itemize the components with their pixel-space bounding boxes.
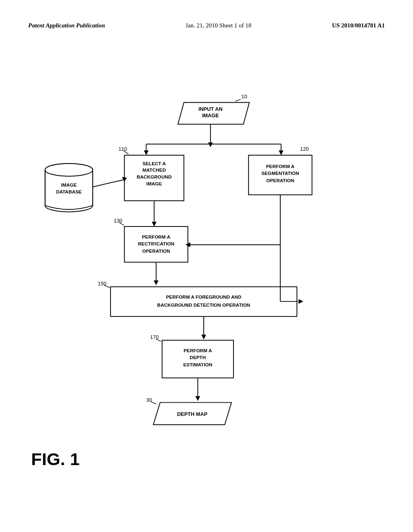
page: Patent Application Publication Jan. 21, … <box>0 0 413 532</box>
svg-line-0 <box>236 99 241 101</box>
ref-10: 10 <box>242 94 247 100</box>
depth-line1: PERFORM A <box>184 348 212 353</box>
depth-map-label: DEPTH MAP <box>177 411 208 417</box>
input-image-line2: IMAGE <box>202 112 219 118</box>
fg-line1: PERFORM A FOREGROUND AND <box>166 294 242 300</box>
foreground-box <box>111 287 297 317</box>
ref-120: 120 <box>300 146 309 152</box>
input-image-line1: INPUT AN <box>198 106 223 112</box>
svg-line-10 <box>93 180 124 187</box>
header-right: US 2010/0014781 A1 <box>332 22 385 29</box>
arrow-seg-to-fg <box>298 299 303 304</box>
sheet-info: Jan. 21, 2010 Sheet 1 of 18 <box>186 22 251 29</box>
arrow-fg-to-depth <box>201 335 206 339</box>
ref-110: 110 <box>119 146 127 152</box>
arrow-depth-to-map <box>195 396 200 401</box>
rect-line3: OPERATION <box>142 248 170 254</box>
select-line3: BACKGROUND <box>137 174 172 180</box>
seg-line1: PERFORM A <box>266 164 295 169</box>
db-line2: DATABASE <box>56 189 82 195</box>
arrow-rect-to-fg <box>154 281 159 285</box>
fg-line2: BACKGROUND DETECTION OPERATION <box>157 302 250 308</box>
arrow-to-120 <box>279 150 284 155</box>
arrow-select-to-rect <box>152 222 156 227</box>
header-left: Patent Application Publication <box>28 22 105 29</box>
ref-130: 130 <box>114 218 122 224</box>
arrow-to-110 <box>144 150 149 155</box>
header-center: Jan. 21, 2010 Sheet 1 of 18 <box>186 22 251 29</box>
select-line1: SELECT A <box>142 161 166 166</box>
fig-label: FIG. 1 <box>31 449 79 469</box>
seg-line3: OPERATION <box>266 178 294 183</box>
rect-line1: PERFORM A <box>142 234 171 240</box>
depth-line3: ESTIMATION <box>183 362 212 368</box>
db-top-ellipse <box>45 164 93 176</box>
db-line1: IMAGE <box>61 182 77 188</box>
diagram-area: 10 INPUT AN IMAGE 110 SE <box>0 37 413 513</box>
patent-number: US 2010/0014781 A1 <box>332 22 385 29</box>
ref-170: 170 <box>150 334 159 340</box>
header: Patent Application Publication Jan. 21, … <box>0 0 413 37</box>
seg-line2: SEGMENTATION <box>261 170 299 176</box>
depth-line2: DEPTH <box>190 355 206 360</box>
publication-title: Patent Application Publication <box>28 22 105 29</box>
select-line4: IMAGE <box>146 181 162 187</box>
flowchart-svg: 10 INPUT AN IMAGE 110 SE <box>0 37 413 513</box>
rect-line2: RECTIFICATION <box>138 241 174 247</box>
select-line2: MATCHED <box>142 167 166 173</box>
arrow-input-down <box>208 143 213 148</box>
